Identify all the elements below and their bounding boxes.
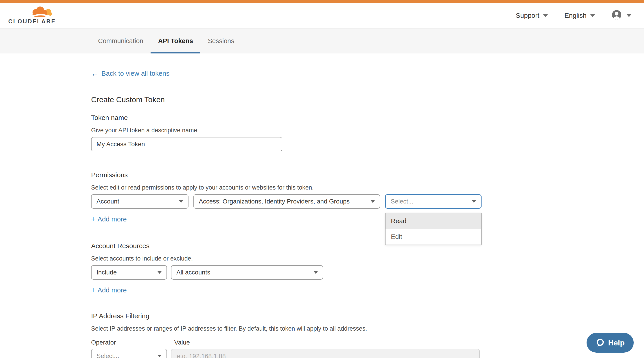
account-resources-accounts-select[interactable]: All accounts — [171, 265, 323, 280]
menu-option-read[interactable]: Read — [386, 213, 481, 229]
help-button-label: Help — [608, 338, 625, 347]
chevron-down-icon — [371, 200, 375, 203]
account-resources-mode-select[interactable]: Include — [91, 265, 167, 280]
chat-bubble-icon — [596, 338, 605, 347]
language-menu-label: English — [564, 12, 586, 19]
help-button[interactable]: Help — [586, 333, 634, 352]
permissions-description: Select edit or read permissions to apply… — [91, 184, 644, 191]
token-name-heading: Token name — [91, 114, 644, 122]
plus-icon: + — [91, 286, 95, 294]
ip-filtering-description: Select IP addresses or ranges of IP addr… — [91, 325, 644, 332]
account-menu[interactable] — [612, 10, 632, 21]
chevron-down-icon — [314, 271, 318, 274]
ip-operator-placeholder: Select... — [96, 352, 119, 358]
ip-filtering-labels-row: Operator Value — [91, 339, 644, 346]
account-resources-row: Include All accounts — [91, 265, 644, 280]
chevron-down-icon — [543, 14, 548, 17]
account-resources-heading: Account Resources — [91, 242, 644, 250]
token-name-description: Give your API token a descriptive name. — [91, 127, 644, 134]
permissions-heading: Permissions — [91, 171, 644, 179]
tab-api-tokens-label: API Tokens — [158, 37, 193, 45]
account-resources-add-more-link[interactable]: + Add more — [91, 286, 127, 294]
cloudflare-logo[interactable]: CLOUDFLARE — [8, 6, 53, 25]
tab-communication[interactable]: Communication — [91, 29, 150, 54]
ip-filtering-heading: IP Address Filtering — [91, 312, 644, 320]
tab-sessions[interactable]: Sessions — [200, 29, 242, 54]
language-menu[interactable]: English — [564, 12, 595, 19]
chevron-down-icon — [472, 200, 476, 203]
back-to-tokens-link[interactable]: ← Back to view all tokens — [91, 70, 170, 77]
ip-operator-select[interactable]: Select... — [91, 349, 167, 358]
support-menu[interactable]: Support — [516, 12, 548, 19]
value-label: Value — [174, 339, 190, 346]
chevron-down-icon — [179, 200, 183, 203]
account-resources-description: Select accounts to include or exclude. — [91, 255, 644, 262]
account-resources-accounts-value: All accounts — [176, 269, 210, 276]
chevron-down-icon — [158, 271, 162, 274]
page-title: Create Custom Token — [91, 95, 644, 104]
permission-level-select[interactable]: Select... — [385, 194, 482, 209]
chevron-down-icon — [626, 14, 632, 17]
user-avatar-icon — [612, 10, 622, 21]
tab-communication-label: Communication — [98, 37, 143, 45]
permissions-row: Account Access: Organizations, Identity … — [91, 194, 644, 209]
operator-label: Operator — [91, 339, 116, 346]
permission-level-select-wrap: Select... Read Edit — [385, 194, 482, 209]
support-menu-label: Support — [516, 12, 540, 19]
menu-option-edit[interactable]: Edit — [386, 229, 481, 245]
header: CLOUDFLARE Support English — [0, 3, 644, 28]
chevron-down-icon — [590, 14, 595, 17]
main-content: ← Back to view all tokens Create Custom … — [0, 70, 644, 358]
ip-filtering-controls-row: Select... — [91, 349, 644, 358]
permission-type-select[interactable]: Account — [91, 194, 188, 209]
permission-level-placeholder: Select... — [391, 198, 413, 205]
back-link-label: Back to view all tokens — [102, 70, 170, 77]
permission-type-value: Account — [96, 198, 119, 205]
permission-resource-select[interactable]: Access: Organizations, Identity Provider… — [194, 194, 380, 209]
profile-tab-bar: Communication API Tokens Sessions — [0, 28, 644, 54]
tab-sessions-label: Sessions — [208, 37, 234, 45]
plus-icon: + — [91, 215, 95, 223]
permissions-add-more-label: Add more — [98, 215, 127, 223]
token-name-input[interactable] — [91, 137, 282, 151]
ip-value-input — [171, 349, 480, 358]
back-arrow-icon: ← — [91, 70, 99, 77]
account-resources-mode-value: Include — [96, 269, 117, 276]
permissions-add-more-link[interactable]: + Add more — [91, 215, 127, 223]
account-resources-add-more-label: Add more — [98, 286, 127, 294]
permission-resource-value: Access: Organizations, Identity Provider… — [199, 198, 350, 205]
top-accent-bar — [0, 0, 644, 3]
chevron-down-icon — [158, 355, 162, 357]
permission-level-menu: Read Edit — [385, 213, 482, 245]
tab-api-tokens[interactable]: API Tokens — [150, 29, 200, 54]
cloudflare-logo-text: CLOUDFLARE — [8, 18, 56, 25]
